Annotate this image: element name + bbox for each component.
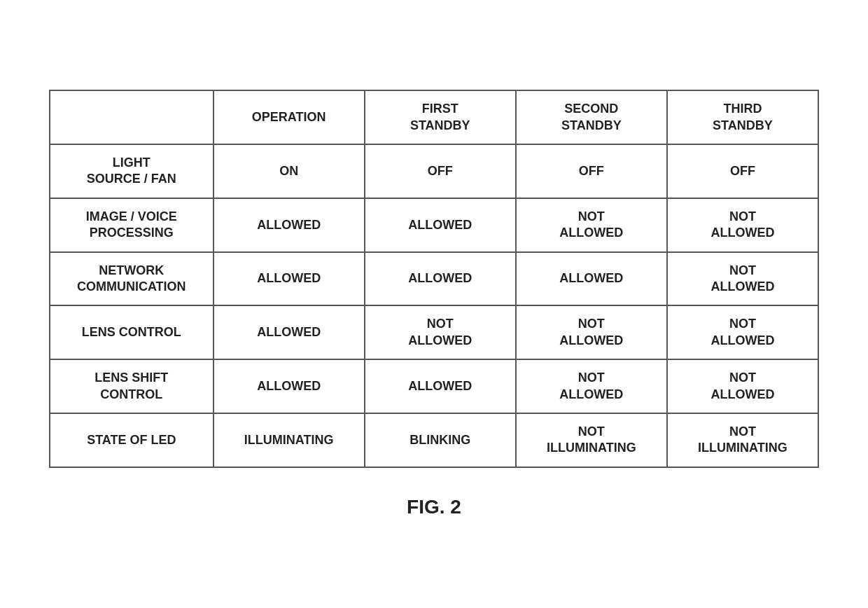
cell-network-third: NOTALLOWED xyxy=(667,252,818,306)
cell-lens-third: NOTALLOWED xyxy=(667,305,818,359)
header-first-standby: FIRSTSTANDBY xyxy=(365,90,516,144)
comparison-table: OPERATION FIRSTSTANDBY SECONDSTANDBY THI… xyxy=(49,90,819,467)
header-operation: OPERATION xyxy=(214,90,365,144)
table-row: IMAGE / VOICEPROCESSING ALLOWED ALLOWED … xyxy=(50,198,818,252)
cell-network-operation: ALLOWED xyxy=(214,252,365,306)
row-label-image-voice: IMAGE / VOICEPROCESSING xyxy=(50,198,214,252)
header-second-standby: SECONDSTANDBY xyxy=(516,90,667,144)
cell-light-second: OFF xyxy=(516,144,667,198)
row-label-light-source: LIGHTSOURCE / FAN xyxy=(50,144,214,198)
cell-lens-first: NOTALLOWED xyxy=(365,305,516,359)
cell-network-first: ALLOWED xyxy=(365,252,516,306)
table-row: LENS CONTROL ALLOWED NOTALLOWED NOTALLOW… xyxy=(50,305,818,359)
cell-light-operation: ON xyxy=(214,144,365,198)
cell-image-operation: ALLOWED xyxy=(214,198,365,252)
cell-light-first: OFF xyxy=(365,144,516,198)
page-wrapper: OPERATION FIRSTSTANDBY SECONDSTANDBY THI… xyxy=(0,0,868,608)
cell-lensshift-third: NOTALLOWED xyxy=(667,359,818,413)
table-row: LIGHTSOURCE / FAN ON OFF OFF OFF xyxy=(50,144,818,198)
cell-image-first: ALLOWED xyxy=(365,198,516,252)
table-row: NETWORKCOMMUNICATION ALLOWED ALLOWED ALL… xyxy=(50,252,818,306)
table-header-row: OPERATION FIRSTSTANDBY SECONDSTANDBY THI… xyxy=(50,90,818,144)
table-row: STATE OF LED ILLUMINATING BLINKING NOTIL… xyxy=(50,413,818,467)
cell-image-third: NOTALLOWED xyxy=(667,198,818,252)
cell-lensshift-first: ALLOWED xyxy=(365,359,516,413)
cell-image-second: NOTALLOWED xyxy=(516,198,667,252)
cell-led-third: NOTILLUMINATING xyxy=(667,413,818,467)
cell-lensshift-second: NOTALLOWED xyxy=(516,359,667,413)
cell-lensshift-operation: ALLOWED xyxy=(214,359,365,413)
table-row: LENS SHIFTCONTROL ALLOWED ALLOWED NOTALL… xyxy=(50,359,818,413)
row-label-network: NETWORKCOMMUNICATION xyxy=(50,252,214,306)
cell-lens-second: NOTALLOWED xyxy=(516,305,667,359)
cell-lens-operation: ALLOWED xyxy=(214,305,365,359)
cell-led-second: NOTILLUMINATING xyxy=(516,413,667,467)
row-label-led: STATE OF LED xyxy=(50,413,214,467)
cell-network-second: ALLOWED xyxy=(516,252,667,306)
row-label-lens-shift: LENS SHIFTCONTROL xyxy=(50,359,214,413)
table-container: OPERATION FIRSTSTANDBY SECONDSTANDBY THI… xyxy=(49,90,819,467)
row-label-lens-control: LENS CONTROL xyxy=(50,305,214,359)
header-col0 xyxy=(50,90,214,144)
cell-led-first: BLINKING xyxy=(365,413,516,467)
figure-label: FIG. 2 xyxy=(407,496,461,518)
cell-light-third: OFF xyxy=(667,144,818,198)
cell-led-operation: ILLUMINATING xyxy=(214,413,365,467)
header-third-standby: THIRDSTANDBY xyxy=(667,90,818,144)
